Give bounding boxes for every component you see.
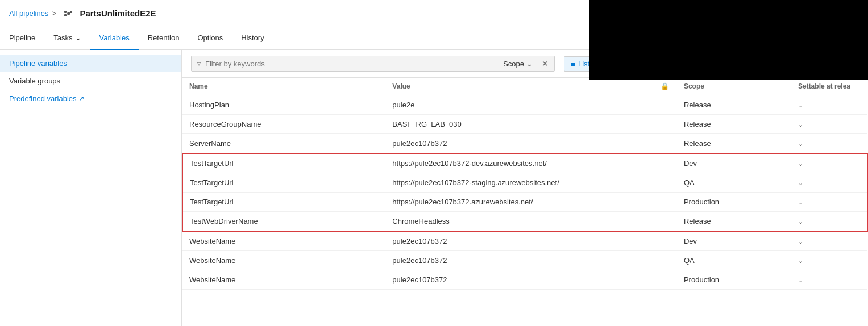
tab-retention-label: Retention (148, 34, 180, 42)
sidebar-item-variable-groups-label: Variable groups (9, 77, 60, 85)
row-lock (652, 153, 677, 173)
row-name: WebsiteName (182, 231, 385, 251)
row-scope: Dev (677, 231, 791, 251)
row-value: pule2ec107b372 (385, 231, 652, 251)
svg-rect-1 (64, 14, 67, 16)
row-value: BASF_RG_LAB_030 (385, 115, 652, 134)
row-name: WebsiteName (182, 270, 385, 290)
row-value: pule2ec107b372 (385, 251, 652, 270)
row-settable: ⌄ (791, 115, 867, 134)
row-value: https://pule2ec107b372.azurewebsites.net… (385, 193, 652, 212)
row-scope: Dev (677, 153, 791, 173)
topbar: All pipelines > PartsUnlimitedE2E Save +… (0, 0, 868, 27)
breadcrumb: All pipelines > PartsUnlimitedE2E (9, 9, 156, 18)
row-name: TestWebDriverName (182, 212, 385, 232)
filter-input-wrap: ▿ Scope ⌄ ✕ (191, 56, 555, 72)
tab-retention[interactable]: Retention (139, 27, 189, 50)
variables-table: Name Value 🔒 Scope Settable at relea Hos… (182, 78, 868, 290)
row-lock (652, 115, 677, 134)
lock-header-icon: 🔒 (661, 82, 669, 90)
main-layout: Pipeline variables Variable groups Prede… (0, 50, 868, 326)
row-lock (652, 270, 677, 290)
row-name: TestTargetUrl (182, 193, 385, 212)
tab-options[interactable]: Options (188, 27, 232, 50)
row-value: pule2ec107b372 (385, 134, 652, 154)
table-row: TestTargetUrl https://pule2ec107b372-dev… (182, 153, 867, 173)
table-row: ServerName pule2ec107b372 Release ⌄ (182, 134, 867, 154)
row-settable: ⌄ (791, 153, 867, 173)
content-area: ▿ Scope ⌄ ✕ ≣ List Name Value (182, 50, 868, 326)
row-lock (652, 251, 677, 270)
row-scope: Release (677, 115, 791, 134)
filter-clear-button[interactable]: ✕ (542, 59, 549, 68)
table-header-row: Name Value 🔒 Scope Settable at relea (182, 78, 867, 95)
col-header-lock: 🔒 (652, 78, 677, 95)
pipeline-title: PartsUnlimitedE2E (80, 9, 156, 18)
row-scope: Release (677, 212, 791, 232)
predefined-variables-link[interactable]: Predefined variables ↗ (0, 90, 181, 107)
row-lock (652, 231, 677, 251)
tab-variables[interactable]: Variables (90, 27, 139, 50)
row-name: WebsiteName (182, 251, 385, 270)
list-icon: ≣ (570, 60, 576, 68)
tasks-dropdown-icon: ⌄ (75, 34, 81, 42)
breadcrumb-separator: > (52, 10, 56, 18)
svg-rect-2 (68, 12, 70, 15)
row-name: ServerName (182, 134, 385, 154)
row-settable: ⌄ (791, 231, 867, 251)
filter-input[interactable] (205, 60, 494, 68)
row-settable: ⌄ (791, 270, 867, 290)
predefined-variables-label: Predefined variables (9, 94, 77, 103)
row-value: https://pule2ec107b372-dev.azurewebsites… (385, 153, 652, 173)
tab-history[interactable]: History (232, 27, 273, 50)
pipeline-icon (64, 9, 73, 18)
scope-button[interactable]: Scope ⌄ (499, 60, 537, 68)
table-row: ResourceGroupName BASF_RG_LAB_030 Releas… (182, 115, 867, 134)
tab-variables-label: Variables (99, 34, 130, 42)
table-row: WebsiteName pule2ec107b372 QA ⌄ (182, 251, 867, 270)
tab-options-label: Options (197, 34, 223, 42)
row-value: https://pule2ec107b372-staging.azurewebs… (385, 173, 652, 193)
row-name: ResourceGroupName (182, 115, 385, 134)
sidebar-item-variable-groups[interactable]: Variable groups (0, 72, 181, 90)
black-overlay (589, 0, 868, 80)
svg-rect-0 (64, 11, 67, 13)
row-value: pule2e (385, 95, 652, 115)
col-header-name: Name (182, 78, 385, 95)
table-row: HostingPlan pule2e Release ⌄ (182, 95, 867, 115)
sidebar-item-pipeline-variables[interactable]: Pipeline variables (0, 55, 181, 72)
row-value: ChromeHeadless (385, 212, 652, 232)
row-lock (652, 134, 677, 154)
row-settable: ⌄ (791, 173, 867, 193)
row-name: TestTargetUrl (182, 173, 385, 193)
row-lock (652, 212, 677, 232)
svg-line-5 (67, 14, 68, 15)
filter-icon: ▿ (197, 60, 201, 68)
row-scope: Production (677, 193, 791, 212)
row-lock (652, 95, 677, 115)
row-scope: Release (677, 95, 791, 115)
table-row: TestTargetUrl https://pule2ec107b372.azu… (182, 193, 867, 212)
list-label: List (578, 60, 589, 68)
variables-table-wrap: Name Value 🔒 Scope Settable at relea Hos… (182, 78, 868, 326)
row-settable: ⌄ (791, 251, 867, 270)
svg-rect-3 (70, 11, 72, 13)
row-settable: ⌄ (791, 212, 867, 232)
row-settable: ⌄ (791, 95, 867, 115)
row-name: HostingPlan (182, 95, 385, 115)
table-row: TestWebDriverName ChromeHeadless Release… (182, 212, 867, 232)
scope-chevron-icon: ⌄ (526, 60, 533, 68)
row-settable: ⌄ (791, 134, 867, 154)
all-pipelines-link[interactable]: All pipelines (9, 9, 48, 18)
row-settable: ⌄ (791, 193, 867, 212)
tab-tasks[interactable]: Tasks ⌄ (44, 27, 90, 50)
row-scope: QA (677, 173, 791, 193)
table-row: TestTargetUrl https://pule2ec107b372-sta… (182, 173, 867, 193)
tab-tasks-label: Tasks (53, 34, 72, 42)
row-scope: Release (677, 134, 791, 154)
row-lock (652, 173, 677, 193)
tab-pipeline[interactable]: Pipeline (0, 27, 44, 50)
col-header-scope: Scope (677, 78, 791, 95)
svg-line-4 (67, 12, 68, 14)
row-lock (652, 193, 677, 212)
